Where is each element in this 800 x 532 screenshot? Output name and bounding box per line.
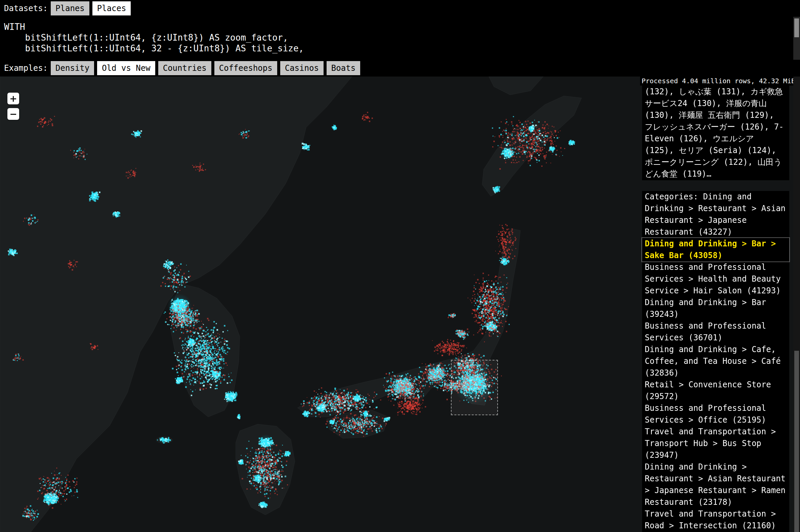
datasets-label: Datasets: bbox=[4, 4, 48, 13]
category-item[interactable]: Dining and Drinking > Bar (39243) bbox=[642, 297, 789, 320]
example-button-boats[interactable]: Boats bbox=[327, 61, 360, 75]
example-button-coffeeshops[interactable]: Coffeeshops bbox=[214, 61, 277, 75]
zoom-control: + − bbox=[7, 93, 19, 120]
page-scrollbar[interactable] bbox=[793, 77, 800, 532]
map-region: + − Processed 4.04 million rows, 42.32 M… bbox=[0, 77, 800, 532]
dataset-button-places[interactable]: Places bbox=[92, 1, 131, 16]
category-item[interactable]: Dining and Drinking > Restaurant > Asian… bbox=[642, 461, 789, 508]
category-item[interactable]: Travel and Transportation > Road > Inter… bbox=[642, 508, 789, 532]
datasets-bar: Datasets: Planes Places bbox=[0, 0, 800, 17]
zoom-out-button[interactable]: − bbox=[7, 108, 19, 120]
example-button-casinos[interactable]: Casinos bbox=[280, 61, 324, 75]
example-button-density[interactable]: Density bbox=[51, 61, 94, 75]
example-button-old-vs-new[interactable]: Old vs New bbox=[97, 61, 155, 75]
examples-bar: Examples: Density Old vs New Countries C… bbox=[0, 60, 800, 77]
category-item[interactable]: Business and Professional Services > Off… bbox=[642, 402, 789, 426]
top-names-list: (132), しゃぶ葉 (131), カギ救急サービス24 (130), 洋服の… bbox=[642, 86, 789, 180]
sql-scrollbar-thumb[interactable] bbox=[794, 18, 799, 37]
category-item[interactable]: Dining and Drinking > Cafe, Coffee, and … bbox=[642, 344, 789, 379]
category-item[interactable]: Business and Professional Services > Hea… bbox=[642, 262, 789, 297]
sql-code[interactable]: WITH bitShiftLeft(1::UInt64, {z:UInt8}) … bbox=[0, 17, 800, 54]
sql-editor[interactable]: WITH bitShiftLeft(1::UInt64, {z:UInt8}) … bbox=[0, 17, 800, 60]
sql-scrollbar[interactable] bbox=[793, 17, 800, 60]
category-item[interactable]: Categories: Dining and Drinking > Restau… bbox=[642, 191, 789, 238]
category-list: Categories: Dining and Drinking > Restau… bbox=[642, 191, 789, 532]
category-item-highlighted[interactable]: Dining and Drinking > Bar > Sake Bar (43… bbox=[642, 238, 789, 262]
category-item[interactable]: Retail > Convenience Store (29572) bbox=[642, 379, 789, 402]
category-item[interactable]: Business and Professional Services (3670… bbox=[642, 320, 789, 344]
zoom-in-button[interactable]: + bbox=[7, 93, 19, 104]
page-scrollbar-thumb[interactable] bbox=[794, 351, 799, 532]
category-item[interactable]: Travel and Transportation > Transport Hu… bbox=[642, 426, 789, 461]
status-bar: Processed 4.04 million rows, 42.32 MiB bbox=[640, 77, 800, 86]
examples-label: Examples: bbox=[4, 63, 48, 73]
example-button-countries[interactable]: Countries bbox=[158, 61, 211, 75]
results-panel: (132), しゃぶ葉 (131), カギ救急サービス24 (130), 洋服の… bbox=[642, 86, 789, 532]
map-selection-rectangle[interactable] bbox=[451, 360, 498, 415]
dataset-button-planes[interactable]: Planes bbox=[51, 1, 89, 16]
